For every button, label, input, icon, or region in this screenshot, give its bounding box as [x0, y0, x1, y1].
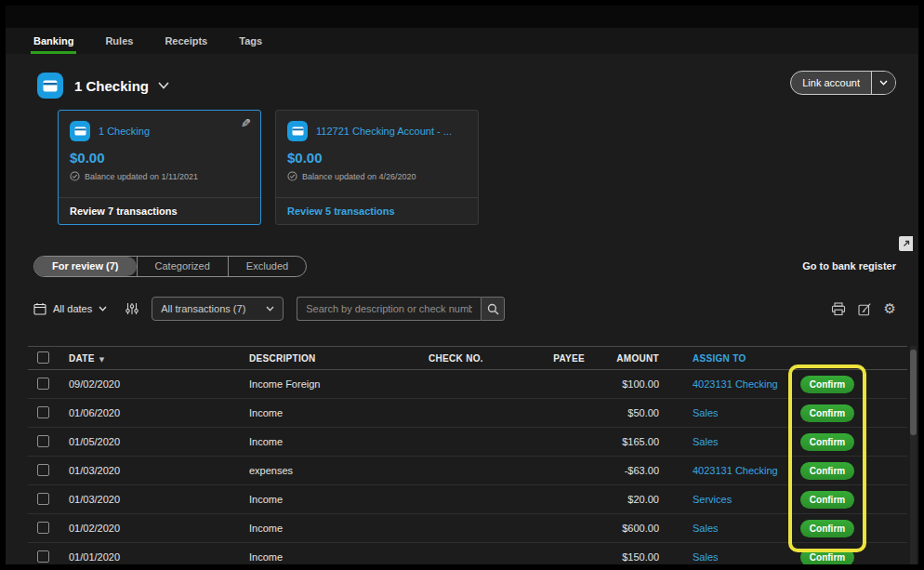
confirm-button[interactable]: Confirm: [800, 462, 854, 480]
date-filter-dropdown[interactable]: All dates: [33, 302, 107, 315]
card-updated-text: Balance updated on 4/26/2020: [302, 172, 416, 181]
scrollbar-thumb[interactable]: [910, 350, 917, 435]
cell-date: 01/06/2020: [61, 407, 247, 418]
table-row[interactable]: 01/02/2020 Income $600.00 Sales Confirm: [28, 514, 907, 543]
card-balance: $0.00: [59, 141, 260, 166]
row-checkbox[interactable]: [37, 378, 49, 390]
transactions-filter-value: All transactions (7): [161, 303, 245, 314]
cell-date: 01/05/2020: [61, 436, 247, 447]
table-row[interactable]: 01/06/2020 Income $50.00 Sales Confirm: [28, 399, 907, 428]
export-icon[interactable]: [858, 302, 872, 316]
confirm-button[interactable]: Confirm: [800, 376, 854, 393]
row-checkbox[interactable]: [37, 522, 49, 534]
card-review-link[interactable]: Review 5 transactions: [276, 197, 478, 224]
bank-card-icon: [37, 73, 63, 99]
col-check-no: CHECK NO.: [429, 353, 482, 364]
link-account-button[interactable]: Link account: [790, 71, 896, 95]
col-assign-to: ASSIGN TO: [659, 353, 790, 364]
card-review-link[interactable]: Review 7 transactions: [59, 197, 260, 224]
table-row[interactable]: 09/02/2020 Income Foreign $100.00 402313…: [28, 370, 907, 399]
cell-date: 01/01/2020: [61, 551, 247, 563]
top-black-bar: [6, 6, 918, 28]
gear-icon[interactable]: ⚙: [884, 302, 896, 316]
assign-to-link[interactable]: Sales: [693, 551, 719, 563]
confirm-button[interactable]: Confirm: [800, 433, 854, 451]
row-checkbox[interactable]: [37, 464, 49, 476]
go-to-bank-register-link[interactable]: Go to bank register: [802, 260, 896, 272]
cell-date: 01/02/2020: [61, 523, 247, 534]
search-group: [297, 297, 505, 321]
select-all-checkbox[interactable]: [37, 351, 49, 364]
assign-to-link[interactable]: Services: [693, 494, 732, 505]
filter-row: All dates All transactions (7): [33, 296, 896, 322]
card-account-name: 112721 Checking Account - ...: [316, 126, 452, 137]
tab-excluded[interactable]: Excluded: [228, 257, 306, 276]
cell-amount: $150.00: [585, 551, 659, 563]
check-circle-icon: [287, 171, 297, 181]
print-icon[interactable]: [831, 302, 846, 316]
account-cards: ✎ 1 Checking $0.00 Balance updated on 1/…: [58, 110, 918, 225]
date-filter-label: All dates: [53, 303, 92, 314]
card-top: 112721 Checking Account - ...: [276, 111, 478, 141]
card-updated-text: Balance updated on 1/11/2021: [85, 172, 198, 181]
confirm-button[interactable]: Confirm: [800, 549, 854, 565]
assign-to-link[interactable]: Sales: [693, 523, 719, 534]
edit-pencil-icon[interactable]: ✎: [241, 116, 251, 130]
assign-to-link[interactable]: 4023131 Checking: [693, 378, 778, 390]
chevron-down-icon[interactable]: [158, 82, 169, 89]
table-row[interactable]: 01/01/2020 Income $150.00 Sales Confirm: [28, 543, 907, 564]
card-balance: $0.00: [276, 141, 478, 166]
review-filter-tabs: For review (7) Categorized Excluded: [33, 256, 307, 277]
cell-description: Income: [247, 523, 429, 534]
cell-amount: -$63.00: [585, 465, 659, 476]
check-circle-icon: [70, 171, 80, 181]
row-checkbox[interactable]: [37, 493, 49, 505]
account-card-1-checking[interactable]: ✎ 1 Checking $0.00 Balance updated on 1/…: [58, 110, 261, 225]
assign-to-link[interactable]: Sales: [693, 407, 719, 418]
transactions-filter-select[interactable]: All transactions (7): [152, 297, 284, 321]
cell-description: Income: [247, 494, 429, 505]
row-checkbox[interactable]: [37, 406, 49, 418]
table-header-row: DATE▼ DESCRIPTION CHECK NO. PAYEE AMOUNT…: [28, 346, 907, 370]
expand-panel-icon[interactable]: [899, 236, 913, 251]
row-checkbox[interactable]: [37, 550, 49, 563]
filter-sliders-icon[interactable]: [125, 302, 139, 315]
col-amount: AMOUNT: [585, 353, 659, 364]
col-date[interactable]: DATE▼: [61, 353, 247, 364]
main-nav: Banking Rules Receipts Tags: [6, 28, 918, 54]
tab-receipts[interactable]: Receipts: [165, 28, 207, 54]
page-title: 1 Checking: [74, 78, 149, 94]
card-updated: Balance updated on 4/26/2020: [276, 166, 478, 181]
banking-app: Banking Rules Receipts Tags 1 Checking L…: [6, 6, 918, 564]
search-icon: [487, 303, 499, 315]
cell-description: Income: [247, 551, 429, 563]
search-button[interactable]: [481, 297, 505, 321]
cell-amount: $165.00: [585, 436, 659, 447]
tab-banking[interactable]: Banking: [33, 28, 73, 54]
cell-description: Income: [247, 436, 429, 447]
tab-categorized[interactable]: Categorized: [137, 257, 228, 276]
link-account-label: Link account: [791, 77, 871, 88]
confirm-button[interactable]: Confirm: [800, 404, 854, 422]
account-card-112721-checking[interactable]: 112721 Checking Account - ... $0.00 Bala…: [275, 110, 479, 225]
table-row[interactable]: 01/03/2020 expenses -$63.00 4023131 Chec…: [28, 457, 907, 485]
table-row[interactable]: 01/03/2020 Income $20.00 Services Confir…: [28, 485, 907, 514]
confirm-button[interactable]: Confirm: [800, 520, 854, 537]
tab-tags[interactable]: Tags: [239, 28, 262, 54]
tab-rules[interactable]: Rules: [105, 28, 133, 54]
table-row[interactable]: 01/05/2020 Income $165.00 Sales Confirm: [28, 428, 907, 457]
search-input[interactable]: [297, 297, 481, 321]
cell-amount: $20.00: [585, 494, 659, 505]
account-header: 1 Checking Link account: [37, 69, 918, 102]
col-payee: PAYEE: [482, 353, 585, 364]
col-description: DESCRIPTION: [247, 353, 429, 364]
cell-description: Income Foreign: [247, 378, 429, 390]
tab-for-review[interactable]: For review (7): [34, 257, 137, 276]
confirm-button[interactable]: Confirm: [800, 491, 854, 509]
table-tools: ⚙: [831, 302, 896, 316]
assign-to-link[interactable]: 4023131 Checking: [693, 465, 778, 476]
row-checkbox[interactable]: [37, 435, 49, 447]
table-scrollbar[interactable]: [910, 346, 917, 564]
link-account-dropdown[interactable]: [871, 72, 895, 94]
assign-to-link[interactable]: Sales: [693, 436, 719, 447]
